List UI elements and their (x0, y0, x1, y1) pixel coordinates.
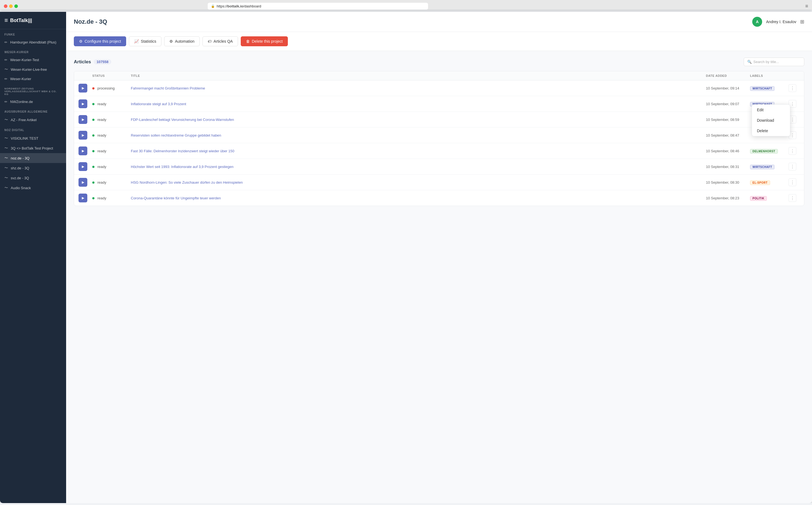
title-cell: Fast 30 Fälle: Delmenhorster Inzidenzwer… (131, 148, 706, 153)
title-cell: Fahrermangel macht Großbritannien Proble… (131, 86, 706, 91)
sidebar-item-shz[interactable]: 〜 shz.de - 3Q (0, 163, 66, 173)
status-cell: ready (92, 148, 131, 153)
minimize-button[interactable] (9, 4, 13, 8)
date-cell: 10 September, 09:14 (706, 86, 750, 90)
article-title-link[interactable]: Reservisten sollen rechtsextreme Gruppe … (131, 133, 221, 137)
col-more-header (789, 74, 800, 77)
play-button[interactable]: ▶ (78, 147, 92, 155)
table-row: ▶ ready Reservisten sollen rechtsextreme… (74, 128, 804, 143)
play-button[interactable]: ▶ (78, 115, 92, 124)
play-button[interactable]: ▶ (78, 194, 92, 202)
search-box[interactable]: 🔍 Search by title... (744, 57, 804, 66)
sidebar-item-label: shz.de - 3Q (11, 166, 29, 170)
sidebar-item-audio-snack[interactable]: 〜 Audio Snack (0, 183, 66, 193)
status-cell: ready (92, 133, 131, 138)
sidebar-item-hamburger[interactable]: ✏ Hamburger Abendblatt (Plus) (0, 38, 66, 47)
play-button[interactable]: ▶ (78, 131, 92, 140)
sidebar-item-visiolink[interactable]: 〜 VISIOLINK TEST (0, 133, 66, 143)
play-button[interactable]: ▶ (78, 178, 92, 187)
date-cell: 10 September, 08:59 (706, 118, 750, 122)
articles-qa-button[interactable]: 🏷 Articles QA (202, 36, 238, 46)
title-cell: Höchster Wert seit 1993: Inflationsrate … (131, 164, 706, 169)
more-cell: ⋮ (789, 194, 800, 202)
article-title-link[interactable]: FDP-Landeschef beklagt Verunsicherung be… (131, 118, 234, 122)
delete-button[interactable]: 🗑 Delete this project (241, 36, 288, 46)
title-cell: FDP-Landeschef beklagt Verunsicherung be… (131, 117, 706, 122)
sidebar-item-3q-bottalk[interactable]: 〜 3Q <> BotTalk Test Project (0, 143, 66, 153)
sidebar-section-noz: NOZ DIGITAL (0, 125, 66, 133)
context-menu-edit[interactable]: Edit (752, 105, 790, 115)
browser-traffic-lights[interactable] (4, 4, 18, 8)
article-title-link[interactable]: HSG Nordhorn-Lingen: So viele Zuschauer … (131, 180, 242, 184)
sidebar-item-svz[interactable]: 〜 svz.de - 3Q (0, 173, 66, 183)
logo-icon: ≡ (4, 17, 8, 24)
status-text: ready (97, 133, 106, 137)
sidebar-item-label: 3Q <> BotTalk Test Project (11, 146, 53, 150)
articles-count-badge: 107558 (94, 59, 111, 64)
play-button[interactable]: ▶ (78, 84, 92, 93)
context-menu-delete[interactable]: Delete (752, 126, 790, 136)
table-row: ▶ processing Fahrermangel macht Großbrit… (74, 80, 804, 96)
automation-icon: ⚙ (169, 39, 173, 43)
sidebar-item-weser[interactable]: ✏ Weser-Kurier (0, 74, 66, 83)
label-badge: WIRTSCHAFT (750, 86, 775, 91)
sidebar-item-nwzonline[interactable]: ✏ NWZonline.de (0, 97, 66, 106)
more-button[interactable]: ⋮ (789, 178, 796, 186)
sidebar-item-noz-3q[interactable]: 〜 noz.de - 3Q (0, 153, 66, 163)
article-title-link[interactable]: Inflationsrate steigt auf 3,9 Prozent (131, 102, 186, 106)
title-cell: Inflationsrate steigt auf 3,9 Prozent (131, 101, 706, 106)
sidebar-item-az[interactable]: 〜 AZ - Free Artikel (0, 115, 66, 125)
automation-button[interactable]: ⚙ Automation (164, 36, 200, 46)
status-cell: ready (92, 180, 131, 185)
date-cell: 10 September, 08:30 (706, 180, 750, 184)
sidebar-item-label: noz.de - 3Q (11, 156, 29, 160)
status-dot (92, 134, 95, 137)
play-button[interactable]: ▶ (78, 162, 92, 171)
more-button[interactable]: ⋮ (789, 147, 796, 155)
status-cell: ready (92, 101, 131, 106)
more-cell: ⋮ (789, 100, 800, 108)
label-badge: WIRTSCHAFT (750, 165, 775, 169)
status-dot (92, 150, 95, 152)
col-date-header: DATE ADDED (706, 74, 750, 77)
table-row: ▶ ready Fast 30 Fälle: Delmenhorster Inz… (74, 143, 804, 159)
articles-table: STATUS TITLE DATE ADDED LABELS ▶ process… (74, 71, 804, 206)
more-button[interactable]: ⋮ (789, 84, 796, 92)
more-button[interactable]: ⋮ (789, 194, 796, 202)
statistics-button[interactable]: 📈 Statistics (129, 36, 161, 46)
user-name: Andrey I. Esaulov (766, 20, 796, 24)
wave-icon: 〜 (4, 117, 8, 122)
wave-icon: 〜 (4, 67, 8, 72)
close-button[interactable] (4, 4, 7, 8)
wave-icon: 〜 (4, 175, 8, 180)
configure-button[interactable]: ⚙ Configure this project (74, 36, 126, 46)
labels-cell: DELMENHORST (750, 148, 789, 154)
status-text: ready (97, 165, 106, 169)
table-header: STATUS TITLE DATE ADDED LABELS (74, 71, 804, 80)
grid-icon[interactable]: ⊞ (800, 19, 804, 25)
article-title-link[interactable]: Fahrermangel macht Großbritannien Proble… (131, 86, 205, 90)
date-cell: 10 September, 09:07 (706, 102, 750, 106)
article-title-link[interactable]: Höchster Wert seit 1993: Inflationsrate … (131, 165, 233, 169)
sidebar-item-weser-test[interactable]: ✏ Weser-Kurier-Test (0, 55, 66, 64)
date-cell: 10 September, 08:23 (706, 196, 750, 200)
context-menu-download[interactable]: Download (752, 115, 790, 126)
toolbar: ⚙ Configure this project 📈 Statistics ⚙ … (66, 32, 812, 51)
table-row: ▶ ready Höchster Wert seit 1993: Inflati… (74, 159, 804, 175)
lock-icon: 🔒 (211, 4, 215, 8)
address-bar[interactable]: 🔒 https://bottalk.io/dashboard (208, 3, 428, 10)
col-title-header: TITLE (131, 74, 706, 77)
search-placeholder: Search by title... (753, 60, 779, 64)
fullscreen-button[interactable] (14, 4, 18, 8)
more-button[interactable]: ⋮ (789, 163, 796, 170)
article-title-link[interactable]: Fast 30 Fälle: Delmenhorster Inzidenzwer… (131, 149, 234, 153)
edit-icon: ✏ (4, 77, 7, 81)
article-title-link[interactable]: Corona-Quarantäne könnte für Ungeimpfte … (131, 196, 221, 200)
play-button[interactable]: ▶ (78, 100, 92, 108)
labels-cell: POLITIK (750, 195, 789, 201)
articles-header: Articles 107558 🔍 Search by title... (74, 57, 804, 66)
sidebar-item-weser-live[interactable]: 〜 Weser-Kurier-Live-free (0, 64, 66, 74)
status-text: ready (97, 149, 106, 153)
browser-menu-icon[interactable]: ≡ (805, 3, 808, 9)
sidebar-item-label: VISIOLINK TEST (11, 136, 38, 140)
